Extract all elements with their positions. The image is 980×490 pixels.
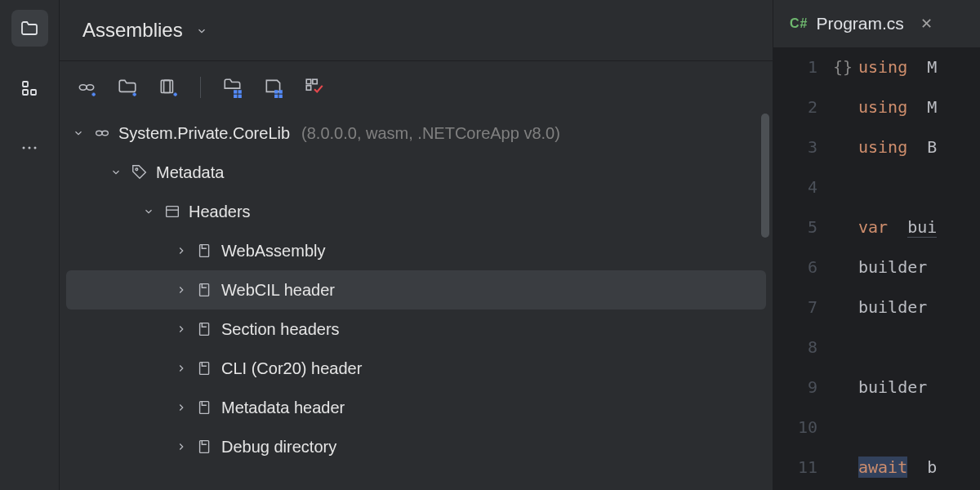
tree-label: Section headers (221, 320, 340, 339)
assembly-icon (92, 124, 112, 142)
svg-rect-10 (234, 90, 237, 93)
svg-point-5 (34, 146, 37, 149)
activity-bar (0, 0, 59, 490)
chevron-right-icon (174, 363, 189, 374)
activity-explorer[interactable] (11, 10, 48, 47)
code-area[interactable]: 1234567891011 {} using Musing Musing Bva… (773, 47, 980, 490)
svg-point-7 (87, 85, 94, 91)
tree-label: Metadata header (221, 399, 345, 417)
svg-rect-29 (200, 402, 209, 414)
code-text[interactable]: using Musing Musing Bvar buibuilderbuild… (855, 47, 980, 490)
panel-toolbar (60, 61, 773, 114)
tree-label: CLI (Cor20) header (221, 359, 362, 378)
tab-filename: Program.cs (816, 14, 903, 33)
svg-rect-16 (274, 95, 278, 98)
chevron-down-icon (71, 127, 86, 139)
tree-row-header-item[interactable]: WebCIL header (66, 270, 766, 310)
chevron-down-icon (141, 206, 156, 217)
tree-scrollbar[interactable] (761, 114, 769, 238)
folder-plus-icon (117, 77, 138, 98)
grid-check-icon (304, 77, 325, 98)
tree-label: WebCIL header (221, 281, 335, 300)
open-folder-button[interactable] (115, 75, 140, 100)
chevron-right-icon (174, 245, 189, 256)
svg-rect-0 (23, 82, 28, 87)
save-grid-icon (263, 77, 284, 98)
save-grid-button[interactable] (261, 75, 286, 100)
tree-label: System.Private.CoreLib (118, 124, 290, 143)
svg-rect-9 (164, 80, 173, 92)
svg-point-6 (79, 85, 87, 91)
tree-label: Debug directory (221, 438, 336, 457)
header-item-icon (195, 399, 215, 416)
chevron-right-icon (174, 441, 189, 452)
editor-pane: C# Program.cs ✕ 1234567891011 {} using M… (773, 0, 980, 490)
svg-point-4 (29, 146, 31, 149)
assembly-tree[interactable]: System.Private.CoreLib (8.0.0.0, wasm, .… (60, 114, 773, 490)
svg-point-23 (136, 168, 138, 171)
activity-more[interactable] (11, 129, 48, 166)
svg-rect-17 (279, 95, 283, 98)
folder-grid-button[interactable] (220, 75, 245, 100)
svg-rect-12 (234, 95, 237, 98)
tree-label: Headers (189, 203, 251, 221)
headers-icon (163, 203, 182, 220)
header-item-icon (195, 281, 215, 299)
svg-rect-1 (31, 90, 36, 95)
tree-row-header-item[interactable]: WebAssembly (60, 231, 773, 270)
header-item-icon (195, 359, 215, 377)
header-item-icon (195, 242, 215, 260)
tree-row-header-item[interactable]: Debug directory (60, 427, 773, 466)
chevron-down-icon (196, 19, 207, 42)
svg-rect-20 (306, 86, 310, 90)
tree-row-header-item[interactable]: Section headers (60, 310, 773, 349)
toolbar-separator (200, 77, 201, 98)
svg-point-3 (23, 146, 25, 149)
svg-rect-8 (161, 80, 170, 92)
structure-icon (20, 78, 39, 98)
editor-tab[interactable]: C# Program.cs ✕ (780, 2, 942, 45)
svg-rect-24 (167, 207, 179, 217)
lang-badge: C# (790, 16, 808, 31)
tree-row-assembly[interactable]: System.Private.CoreLib (8.0.0.0, wasm, .… (60, 114, 773, 153)
folder-icon (20, 19, 39, 38)
svg-rect-14 (274, 90, 278, 93)
chevron-right-icon (174, 323, 189, 335)
activity-structure[interactable] (11, 69, 48, 106)
panel-title: Assemblies (82, 19, 183, 42)
svg-rect-30 (200, 441, 209, 453)
tree-row-metadata[interactable]: Metadata (60, 153, 773, 192)
svg-rect-19 (313, 79, 317, 83)
svg-rect-2 (23, 90, 28, 95)
side-panel: Assemblies System.Private.CoreL (59, 0, 773, 490)
chevron-down-icon (109, 167, 123, 178)
tree-label: WebAssembly (221, 242, 325, 261)
svg-rect-28 (200, 363, 209, 375)
tree-row-header-item[interactable]: CLI (Cor20) header (60, 349, 773, 388)
open-nuget-button[interactable] (156, 75, 180, 100)
svg-rect-11 (238, 90, 242, 93)
line-gutter: 1234567891011 (773, 47, 831, 490)
verify-button[interactable] (302, 75, 327, 100)
svg-point-22 (102, 131, 108, 136)
tree-meta: (8.0.0.0, wasm, .NETCoreApp v8.0) (301, 124, 560, 143)
header-item-icon (195, 438, 215, 456)
close-icon[interactable]: ✕ (920, 15, 933, 33)
chevron-right-icon (174, 284, 189, 296)
svg-rect-13 (238, 95, 242, 98)
svg-point-21 (96, 131, 102, 136)
open-assembly-button[interactable] (74, 75, 99, 100)
tag-icon (130, 163, 149, 181)
fold-column: {} (831, 47, 855, 490)
folder-grid-icon (222, 77, 243, 98)
panel-header[interactable]: Assemblies (60, 0, 773, 61)
tree-row-headers[interactable]: Headers (60, 192, 773, 231)
package-plus-icon (158, 77, 179, 98)
tree-row-header-item[interactable]: Metadata header (60, 388, 773, 427)
more-icon (20, 138, 39, 158)
link-plus-icon (76, 77, 97, 98)
svg-rect-26 (200, 284, 209, 296)
svg-rect-25 (200, 245, 209, 257)
editor-tabbar: C# Program.cs ✕ (773, 0, 980, 47)
svg-rect-15 (279, 90, 283, 93)
